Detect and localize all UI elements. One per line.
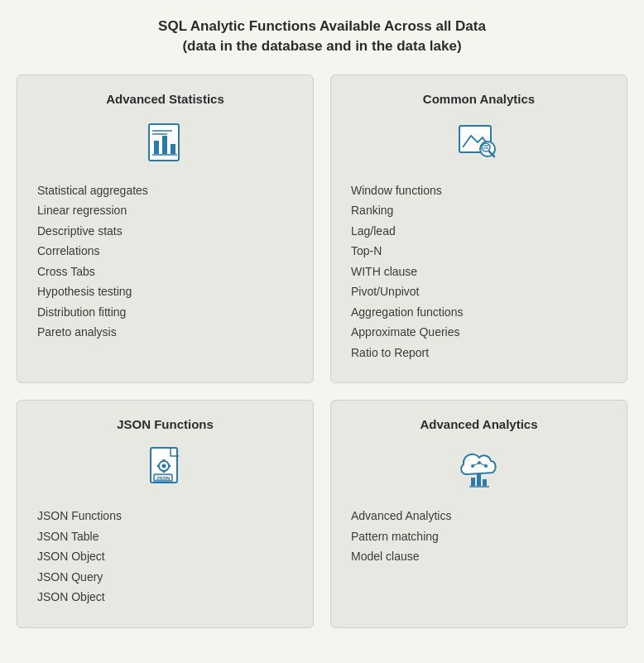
card-common-analytics: Common Analytics Window functions Rankin… bbox=[330, 74, 627, 384]
stats-icon bbox=[37, 118, 293, 167]
svg-rect-2 bbox=[162, 136, 167, 154]
card-advanced-statistics: Advanced Statistics Statistical aggregat… bbox=[17, 74, 314, 384]
svg-text:JSON: JSON bbox=[156, 476, 169, 481]
list-item: Correlations bbox=[37, 241, 148, 262]
card-title-advanced-statistics: Advanced Statistics bbox=[37, 92, 293, 106]
list-item: Ranking bbox=[351, 200, 463, 221]
cards-grid: Advanced Statistics Statistical aggregat… bbox=[17, 74, 627, 628]
advanced-statistics-list: Statistical aggregates Linear regression… bbox=[37, 180, 148, 343]
card-json-functions: JSON Functions JSON JSON Functi bbox=[17, 400, 314, 628]
card-title-advanced-analytics: Advanced Analytics bbox=[351, 417, 607, 431]
list-item: Pareto analysis bbox=[37, 322, 148, 343]
list-item: Cross Tabs bbox=[37, 262, 148, 282]
svg-rect-24 bbox=[483, 479, 487, 486]
json-icon: JSON bbox=[37, 443, 293, 492]
list-item: Aggregation functions bbox=[351, 302, 463, 323]
list-item: Top-N bbox=[351, 241, 463, 262]
svg-rect-18 bbox=[157, 465, 160, 468]
json-functions-list: JSON Functions JSON Table JSON Object JS… bbox=[37, 506, 122, 608]
svg-rect-22 bbox=[471, 478, 475, 486]
list-item: Advanced Analytics bbox=[351, 506, 451, 526]
list-item: Distribution fitting bbox=[37, 302, 148, 323]
list-item: Linear regression bbox=[37, 200, 148, 221]
common-analytics-list: Window functions Ranking Lag/lead Top-N … bbox=[351, 180, 463, 363]
list-item: Hypothesis testing bbox=[37, 281, 148, 302]
svg-rect-19 bbox=[168, 465, 171, 468]
list-item: Descriptive stats bbox=[37, 221, 148, 242]
cloud-icon bbox=[351, 443, 607, 492]
list-item: Approximate Queries bbox=[351, 322, 463, 343]
advanced-analytics-list: Advanced Analytics Pattern matching Mode… bbox=[351, 506, 451, 567]
list-item: JSON Query bbox=[37, 567, 122, 588]
analytics-icon bbox=[351, 118, 607, 167]
svg-rect-17 bbox=[162, 470, 165, 473]
list-item: Pattern matching bbox=[351, 526, 451, 547]
svg-rect-1 bbox=[154, 141, 159, 154]
svg-rect-16 bbox=[162, 459, 165, 462]
card-advanced-analytics: Advanced Analytics Advanced Analytics Pa… bbox=[330, 400, 627, 628]
svg-rect-3 bbox=[171, 144, 175, 154]
card-title-json-functions: JSON Functions bbox=[37, 417, 293, 431]
svg-point-15 bbox=[161, 464, 166, 468]
list-item: Window functions bbox=[351, 180, 463, 201]
page-title: SQL Analytic Functions Available Across … bbox=[158, 17, 486, 56]
list-item: JSON Object bbox=[37, 587, 122, 608]
list-item: Ratio to Report bbox=[351, 343, 463, 363]
list-item: Model clause bbox=[351, 546, 451, 567]
list-item: JSON Object bbox=[37, 546, 122, 567]
list-item: WITH clause bbox=[351, 262, 463, 282]
list-item: Statistical aggregates bbox=[37, 180, 148, 201]
list-item: JSON Table bbox=[37, 526, 122, 547]
list-item: JSON Functions bbox=[37, 506, 122, 526]
svg-rect-23 bbox=[477, 474, 481, 486]
list-item: Lag/lead bbox=[351, 221, 463, 242]
list-item: Pivot/Unpivot bbox=[351, 281, 463, 302]
card-title-common-analytics: Common Analytics bbox=[351, 92, 607, 106]
